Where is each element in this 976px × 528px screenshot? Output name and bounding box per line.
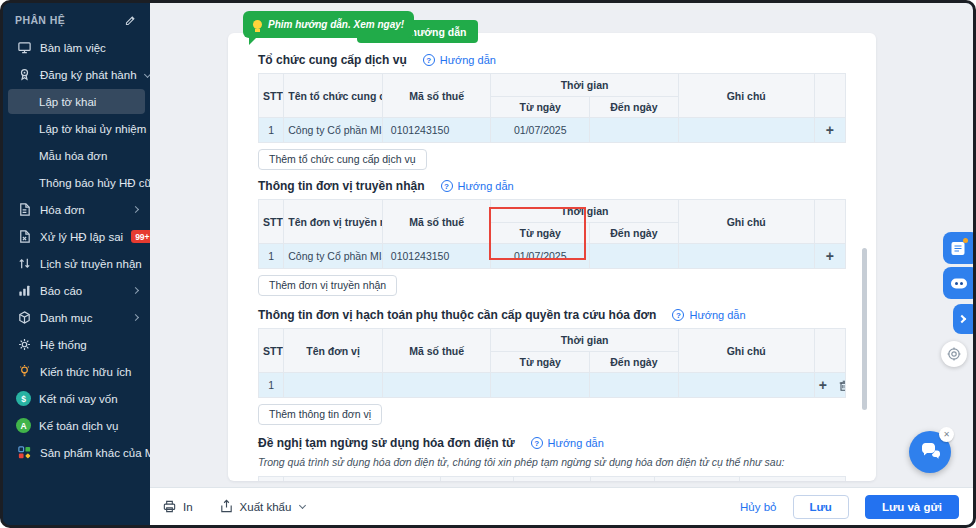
col-actions	[814, 74, 845, 118]
card-scrollbar-thumb[interactable]	[862, 248, 867, 410]
sidebar-item-lap-to-khai-uy-nhiem[interactable]: Lập tờ khai ủy nhiệm	[3, 115, 150, 142]
col-provider-name: Tên tổ chức cung cấp	[440, 477, 513, 482]
chevron-right-icon	[958, 315, 966, 323]
add-service-provider-button[interactable]: Thêm tổ chức cung cấp dịch vụ	[258, 149, 427, 170]
col-actions	[814, 200, 845, 244]
chevron-right-icon	[132, 314, 139, 321]
main-content: Phim hướng dẫn. Xem ngay! Phim hướng dẫn…	[150, 3, 973, 487]
cell-tax[interactable]: 0101243150	[382, 244, 491, 269]
cell-to[interactable]	[590, 373, 679, 398]
idea-icon	[16, 364, 32, 380]
sidebar-item-danh-muc[interactable]: Danh mục	[3, 304, 150, 331]
col-time: Thời gian	[491, 200, 678, 223]
sidebar-item-ke-toan-dich-vu[interactable]: A Kế toán dịch vụ	[3, 412, 150, 439]
sidebar-item-san-pham-khac[interactable]: Sản phẩm khác của MISA	[3, 439, 150, 466]
products-grid-icon	[16, 445, 32, 461]
print-button[interactable]: In	[162, 499, 193, 514]
cell-stt: 1	[259, 373, 284, 398]
assistant-panel-button[interactable]	[943, 267, 973, 299]
sidebar-item-thong-bao-huy-hd-cu[interactable]: Thông báo hủy HĐ cũ	[3, 169, 150, 196]
sidebar-item-xu-ly-hd-lap-sai[interactable]: Xử lý HĐ lập sai 99+	[3, 223, 150, 250]
sidebar-item-label: Đăng ký phát hành	[40, 69, 137, 81]
help-label: Hướng dẫn	[458, 180, 514, 192]
sidebar-item-label: Xử lý HĐ lập sai	[40, 231, 123, 243]
help-link[interactable]: ? Hướng dẫn	[423, 54, 496, 66]
sidebar-item-lap-to-khai[interactable]: Lập tờ khai	[8, 89, 145, 114]
sidebar-header-row: PHÂN HỆ	[3, 3, 150, 34]
col-extra	[740, 477, 846, 482]
cell-from[interactable]	[491, 373, 590, 398]
cell-note[interactable]	[678, 373, 814, 398]
cell-from[interactable]: 01/07/2025	[491, 244, 590, 269]
sidebar-item-hoa-don[interactable]: Hóa đơn	[3, 196, 150, 223]
help-link[interactable]: ? Hướng dẫn	[441, 180, 514, 192]
col-stt: STT	[259, 74, 284, 118]
sidebar-item-label: Hệ thống	[40, 339, 87, 351]
export-button[interactable]: Xuất khẩu	[219, 499, 306, 514]
col-time: Thời gian	[491, 329, 678, 352]
add-row-icon[interactable]: +	[826, 248, 834, 264]
transfer-history-icon	[16, 256, 32, 272]
sidebar-item-mau-hoa-don[interactable]: Mẫu hóa đơn	[3, 142, 150, 169]
col-from: Từ ngày	[491, 223, 590, 244]
cell-to[interactable]	[590, 244, 679, 269]
question-circle-icon: ?	[441, 180, 453, 192]
table-row[interactable]: 1 +	[259, 373, 846, 398]
bar-chart-icon	[16, 283, 32, 299]
guide-tooltip[interactable]: Phim hướng dẫn. Xem ngay!	[243, 11, 414, 38]
edit-pencil-icon[interactable]	[122, 12, 138, 28]
sidebar-item-label: Danh mục	[40, 312, 92, 324]
add-row-icon[interactable]: +	[826, 122, 834, 138]
cell-note[interactable]	[678, 244, 814, 269]
save-and-send-button[interactable]: Lưu và gửi	[865, 495, 959, 519]
col-note: Ghi chú	[678, 200, 814, 244]
section-title-receiver-unit: Thông tin đơn vị truyền nhận	[258, 179, 425, 193]
doc-error-icon	[16, 229, 32, 245]
sidebar-item-kien-thuc-huu-ich[interactable]: Kiến thức hữu ích	[3, 358, 150, 385]
cell-name[interactable]: Công ty Cổ phần MISA	[284, 244, 383, 269]
sidebar-item-label: Báo cáo	[40, 285, 82, 297]
chevron-right-icon	[132, 206, 139, 213]
cell-name[interactable]: Công ty Cổ phần MISA	[284, 118, 383, 143]
cell-tax[interactable]	[382, 373, 491, 398]
cell-tax[interactable]: 0101243150	[382, 118, 491, 143]
col-serial-pick: Chọn Số sê-ri	[590, 477, 655, 482]
help-link[interactable]: ? Hướng dẫn	[672, 309, 745, 321]
cell-name[interactable]	[284, 373, 383, 398]
sidebar-item-he-thong[interactable]: Hệ thống	[3, 331, 150, 358]
table-row[interactable]: 1 Công ty Cổ phần MISA 0101243150 01/07/…	[259, 118, 846, 143]
add-row-icon[interactable]: +	[819, 378, 827, 392]
add-unit-info-button[interactable]: Thêm thông tin đơn vị	[258, 404, 382, 425]
cell-stt: 1	[259, 118, 284, 143]
save-button[interactable]: Lưu	[793, 495, 849, 519]
suspend-table-clipped: STT Thời gian tạm ngừng sử dụng hóa đơn …	[258, 476, 846, 481]
col-time: Thời gian	[491, 74, 678, 97]
accounting-icon: A	[16, 418, 31, 433]
loan-icon: $	[16, 391, 31, 406]
collapse-panel-tab[interactable]	[953, 304, 973, 334]
close-chat-icon[interactable]: ✕	[939, 427, 954, 442]
cancel-link[interactable]: Hủy bỏ	[740, 501, 776, 513]
question-circle-icon: ?	[423, 54, 435, 66]
add-receiver-unit-button[interactable]: Thêm đơn vị truyền nhận	[258, 275, 397, 296]
invoice-icon	[16, 202, 32, 218]
col-stt: STT	[259, 477, 284, 482]
sidebar-item-bao-cao[interactable]: Báo cáo	[3, 277, 150, 304]
col-name: Tên đơn vị	[284, 329, 383, 373]
support-target-button[interactable]	[941, 341, 967, 367]
cell-from[interactable]: 01/07/2025	[491, 118, 590, 143]
sidebar-item-label: Kết nối vay vốn	[39, 393, 118, 405]
chat-fab-button[interactable]: ✕	[909, 431, 951, 473]
sidebar-item-dang-ky-phat-hanh[interactable]: Đăng ký phát hành	[3, 61, 150, 88]
table-row[interactable]: 1 Công ty Cổ phần MISA 0101243150 01/07/…	[259, 244, 846, 269]
col-name: Tên đơn vị truyền nhận	[284, 200, 383, 244]
sidebar-item-ket-noi-vay-von[interactable]: $ Kết nối vay vốn	[3, 385, 150, 412]
question-circle-icon: ?	[672, 309, 684, 321]
sidebar-item-ban-lam-viec[interactable]: Bàn làm việc	[3, 34, 150, 61]
help-link[interactable]: ? Hướng dẫn	[531, 437, 604, 449]
sidebar-item-lich-su-truyen-nhan[interactable]: Lịch sử truyền nhận	[3, 250, 150, 277]
docs-panel-button[interactable]	[943, 232, 973, 264]
cell-to[interactable]	[590, 118, 679, 143]
cell-note[interactable]	[678, 118, 814, 143]
trash-icon[interactable]	[836, 377, 845, 393]
